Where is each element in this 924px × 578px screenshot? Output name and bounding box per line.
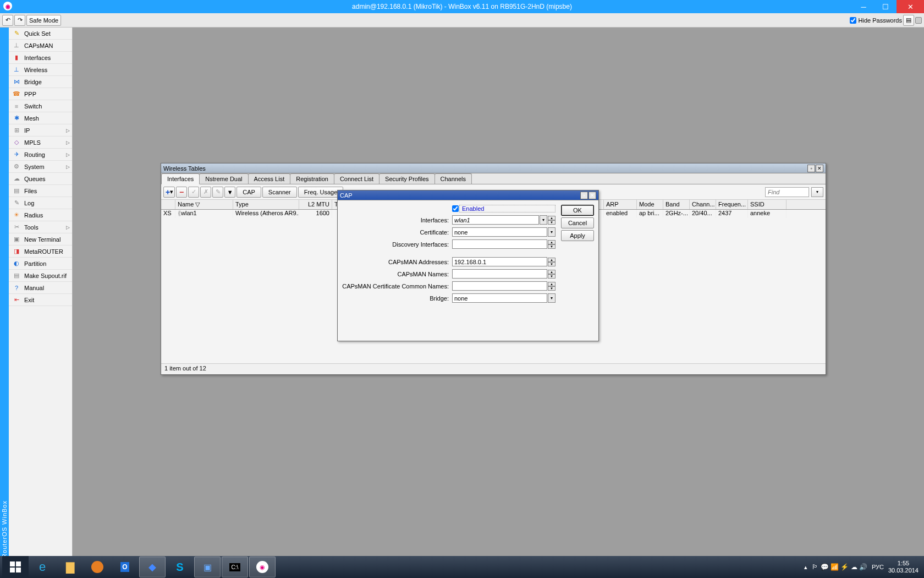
names-up[interactable]: ▲ [548, 270, 556, 274]
sidebar-item-tools[interactable]: ✂Tools▷ [9, 221, 72, 233]
sidebar-item-wireless[interactable]: ⊥Wireless [9, 64, 72, 76]
skype-taskbar-icon[interactable]: S [167, 557, 193, 577]
cap-header[interactable]: CAP ▫ ✕ [338, 190, 598, 200]
tray-icons[interactable]: 🏳 💬 📶 ⚡ ☁ 🔊 [812, 563, 867, 571]
sidebar-item-interfaces[interactable]: ▮Interfaces [9, 52, 72, 64]
discovery-field[interactable] [452, 239, 547, 249]
enable-button[interactable]: ✓ [188, 187, 199, 198]
outlook-taskbar-icon[interactable]: O [112, 557, 138, 577]
safe-mode-button[interactable]: Safe Mode [26, 15, 61, 26]
dashboard-button[interactable]: ▤ [903, 15, 914, 26]
close-button[interactable]: ✕ [897, 0, 924, 13]
bridge-dropdown[interactable]: ▾ [548, 293, 556, 303]
discovery-up[interactable]: ▲ [548, 240, 556, 244]
interfaces-field[interactable] [452, 215, 539, 225]
cmd-taskbar-icon[interactable]: C:\ [222, 557, 248, 577]
sidebar-item-system[interactable]: ⚙System▷ [9, 161, 72, 173]
explorer-taskbar-icon[interactable]: ▇ [57, 557, 83, 577]
redo-button[interactable]: ↷ [14, 15, 25, 26]
rdp-taskbar-icon[interactable]: ▣ [194, 557, 221, 577]
tab-access-list[interactable]: Access List [248, 173, 291, 184]
filter-button[interactable]: ▼ [224, 187, 235, 198]
sidebar-item-capsman[interactable]: ⊥CAPsMAN [9, 40, 72, 52]
sidebar-item-radius[interactable]: ☀Radius [9, 209, 72, 221]
certificate-field[interactable] [452, 227, 547, 237]
apply-button[interactable]: Apply [561, 230, 594, 241]
tab-registration[interactable]: Registration [290, 173, 334, 184]
sidebar-item-ip[interactable]: ⊞IP▷ [9, 124, 72, 137]
start-button[interactable] [2, 556, 29, 578]
interfaces-down[interactable]: ▼ [548, 220, 556, 225]
addresses-up[interactable]: ▲ [548, 258, 556, 262]
scanner-button[interactable]: Scanner [262, 187, 297, 198]
certificate-dropdown[interactable]: ▾ [548, 227, 556, 237]
sidebar-item-mpls[interactable]: ◇MPLS▷ [9, 137, 72, 149]
column-header[interactable]: Type [233, 200, 299, 209]
tab-channels[interactable]: Channels [435, 173, 472, 184]
wireless-close-button[interactable]: ✕ [816, 165, 823, 172]
remove-button[interactable]: − [176, 187, 187, 198]
column-header[interactable]: SSID [748, 200, 787, 209]
undo-button[interactable]: ↶ [2, 15, 13, 26]
maximize-button[interactable]: ☐ [875, 0, 897, 13]
column-header[interactable]: ARP [604, 200, 637, 209]
sidebar-item-exit[interactable]: ⇤Exit [9, 294, 72, 306]
wireless-window-header[interactable]: Wireless Tables ▫ ✕ [161, 163, 826, 173]
sidebar-item-make-supout-rif[interactable]: ▤Make Supout.rif [9, 270, 72, 282]
sidebar-item-metarouter[interactable]: ◨MetaROUTER [9, 246, 72, 258]
sidebar-item-partition[interactable]: ◐Partition [9, 258, 72, 270]
certnames-field[interactable] [452, 281, 547, 291]
tab-interfaces[interactable]: Interfaces [161, 173, 200, 184]
interfaces-dropdown[interactable]: ▾ [540, 215, 547, 225]
column-header[interactable]: L2 MTU [299, 200, 332, 209]
cap-button[interactable]: CAP [237, 187, 261, 198]
hide-passwords-checkbox[interactable]: Hide Passwords [850, 17, 902, 24]
column-header[interactable]: Frequen... [716, 200, 748, 209]
sidebar-item-queues[interactable]: ☁Queues [9, 173, 72, 185]
ie-taskbar-icon[interactable]: e [29, 557, 56, 577]
addresses-down[interactable]: ▼ [548, 262, 556, 266]
sidebar-item-ppp[interactable]: ☎PPP [9, 88, 72, 100]
column-header[interactable]: Band [663, 200, 690, 209]
sidebar-item-files[interactable]: ▤Files [9, 185, 72, 197]
winbox-taskbar-icon[interactable]: ◉ [249, 557, 276, 577]
find-input[interactable] [765, 187, 809, 197]
sidebar-item-mesh[interactable]: ✱Mesh [9, 112, 72, 124]
certnames-up[interactable]: ▲ [548, 282, 556, 286]
interfaces-up[interactable]: ▲ [548, 216, 556, 220]
clock[interactable]: 1:55 30.03.2014 [888, 560, 919, 574]
firefox-taskbar-icon[interactable] [84, 557, 111, 577]
ok-button[interactable]: OK [561, 205, 594, 216]
discovery-down[interactable]: ▼ [548, 244, 556, 249]
tab-nstreme-dual[interactable]: Nstreme Dual [199, 173, 248, 184]
freq-usage-button[interactable]: Freq. Usage [298, 187, 344, 198]
cancel-button[interactable]: Cancel [561, 217, 594, 228]
language-indicator[interactable]: РУС [872, 564, 884, 570]
sidebar-item-bridge[interactable]: ⋈Bridge [9, 76, 72, 88]
column-header[interactable]: Chann... [690, 200, 716, 209]
tab-connect-list[interactable]: Connect List [334, 173, 380, 184]
sidebar-item-switch[interactable]: ≡Switch [9, 100, 72, 112]
cap-detach-button[interactable]: ▫ [580, 192, 588, 199]
names-down[interactable]: ▼ [548, 274, 556, 279]
sidebar-item-quick-set[interactable]: ✎Quick Set [9, 28, 72, 40]
app1-taskbar-icon[interactable]: ◆ [139, 557, 166, 577]
columns-dropdown[interactable]: ▾ [811, 187, 823, 197]
disable-button[interactable]: ✗ [200, 187, 211, 198]
cap-close-button[interactable]: ✕ [588, 192, 596, 199]
tab-security-profiles[interactable]: Security Profiles [379, 173, 435, 184]
bridge-field[interactable] [452, 293, 547, 303]
column-header[interactable]: Name ▽ [175, 200, 233, 209]
sidebar-item-new-terminal[interactable]: ▣New Terminal [9, 233, 72, 246]
enabled-checkbox[interactable] [452, 205, 459, 212]
sidebar-item-routing[interactable]: ✈Routing▷ [9, 149, 72, 161]
add-button[interactable]: +▾ [163, 187, 175, 198]
names-field[interactable] [452, 269, 547, 279]
comment-button[interactable]: ✎ [212, 187, 223, 198]
wireless-detach-button[interactable]: ▫ [807, 165, 815, 172]
column-header[interactable] [161, 200, 175, 209]
tray-chevron-icon[interactable]: ▴ [804, 564, 807, 571]
minimize-button[interactable]: ─ [853, 0, 875, 13]
column-header[interactable]: Mode [637, 200, 663, 209]
sidebar-item-manual[interactable]: ?Manual [9, 282, 72, 294]
